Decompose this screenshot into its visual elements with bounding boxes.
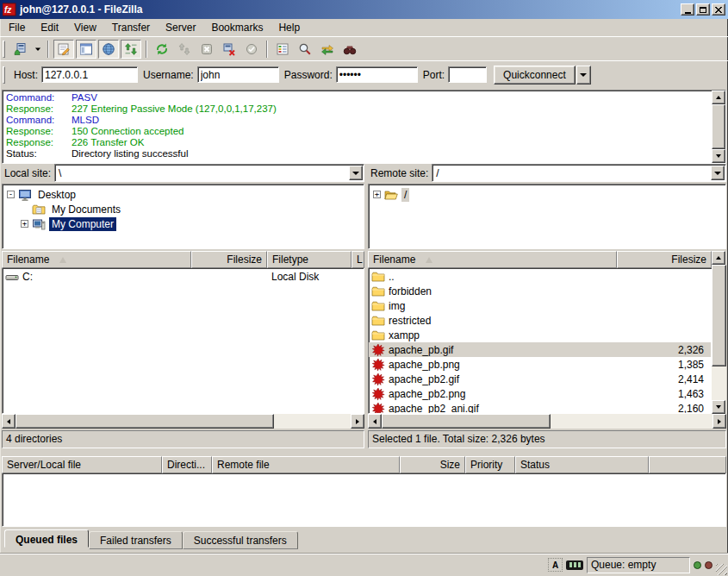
file-row[interactable]: apache_pb.gif2,326	[369, 342, 711, 357]
site-manager-button[interactable]	[9, 40, 30, 59]
local-site-dropdown-button[interactable]	[349, 166, 363, 180]
disconnect-button[interactable]	[219, 40, 240, 59]
scroll-right-button[interactable]	[351, 414, 364, 429]
activity-led-green-icon	[694, 561, 701, 569]
column-header[interactable]: Filesize	[191, 251, 267, 268]
menu-item[interactable]: Transfer	[104, 19, 158, 36]
process-queue-icon	[177, 42, 191, 56]
tree-row[interactable]: +/	[371, 187, 725, 202]
host-input[interactable]	[41, 66, 138, 83]
remote-horizontal-scrollbar[interactable]	[368, 414, 726, 429]
local-horizontal-scrollbar[interactable]	[2, 414, 364, 429]
column-header[interactable]: Remote file	[212, 456, 400, 473]
dropdown-arrow-button[interactable]	[32, 40, 43, 59]
transfer-type-icon[interactable]: A	[548, 558, 563, 572]
queue-tab[interactable]: Failed transfers	[89, 531, 183, 549]
toggle-remote-tree-button[interactable]	[98, 40, 119, 59]
file-row[interactable]: apache_pb.png1,385	[369, 357, 711, 372]
file-row[interactable]: apache_pb2_ani.gif2,160	[369, 401, 711, 414]
scroll-up-button[interactable]	[712, 251, 725, 265]
toolbar-grip[interactable]	[3, 41, 5, 58]
close-button[interactable]	[712, 3, 725, 16]
tree-row[interactable]: My Documents	[19, 202, 364, 216]
scroll-right-button[interactable]	[712, 414, 726, 429]
maximize-button[interactable]	[696, 3, 710, 16]
column-header[interactable]: Filetype	[267, 251, 352, 268]
scrollbar-track[interactable]	[551, 414, 712, 429]
menu-item[interactable]: Server	[158, 19, 203, 36]
scrollbar-track[interactable]	[274, 414, 351, 429]
column-header[interactable]: Server/Local file	[2, 456, 162, 473]
column-header[interactable]: Size	[400, 456, 465, 473]
menu-item[interactable]: Bookmarks	[203, 19, 271, 36]
remote-site-value[interactable]: /	[432, 167, 711, 179]
file-row[interactable]: ..	[369, 269, 711, 284]
column-header[interactable]: Directi...	[162, 456, 212, 473]
image-icon	[371, 387, 385, 401]
menu-item[interactable]: View	[66, 19, 104, 36]
tree-expander[interactable]: +	[373, 191, 381, 198]
file-row[interactable]: img	[369, 298, 711, 313]
directory-filters-button[interactable]	[272, 40, 293, 59]
scrollbar-track[interactable]	[712, 366, 726, 400]
refresh-button[interactable]	[152, 40, 172, 59]
port-input[interactable]	[448, 66, 487, 83]
remote-site-dropdown-button[interactable]	[711, 166, 725, 180]
scroll-down-button[interactable]	[712, 149, 725, 163]
file-row[interactable]: apache_pb2.gif2,414	[369, 372, 711, 386]
log-scrollbar[interactable]	[712, 91, 725, 163]
column-header[interactable]: Filename	[2, 251, 191, 268]
column-header[interactable]: Priority	[465, 456, 515, 473]
local-site-combo[interactable]: \	[54, 164, 364, 182]
reconnect-button[interactable]	[241, 40, 262, 59]
menu-item[interactable]: Edit	[33, 19, 66, 36]
scroll-left-button[interactable]	[2, 414, 16, 429]
file-row[interactable]: xampp	[369, 328, 711, 342]
quickconnect-button[interactable]: Quickconnect	[494, 66, 576, 85]
reconnect-icon	[245, 42, 258, 56]
synchronized-browsing-button[interactable]	[317, 40, 338, 59]
process-queue-button[interactable]	[174, 40, 195, 59]
remote-list-header: FilenameFilesize	[368, 251, 726, 268]
scrollbar-thumb[interactable]	[16, 414, 274, 429]
toggle-message-log-button[interactable]	[53, 40, 74, 59]
remote-site-combo[interactable]: /	[432, 164, 726, 182]
tree-expander[interactable]: -	[7, 191, 15, 198]
menu-item[interactable]: Help	[271, 19, 308, 36]
scrollbar-thumb[interactable]	[712, 104, 725, 149]
scrollbar-thumb[interactable]	[382, 414, 551, 429]
quickconnect-dropdown-button[interactable]	[576, 66, 591, 85]
file-row[interactable]: restricted	[369, 313, 711, 328]
find-files-button[interactable]	[339, 40, 360, 59]
tree-expander[interactable]: +	[21, 220, 28, 228]
scroll-up-button[interactable]	[712, 91, 725, 104]
directory-comparison-icon	[298, 42, 312, 56]
tree-row[interactable]: +My Computer	[19, 216, 364, 231]
remote-vertical-scrollbar[interactable]	[712, 251, 726, 414]
quickconnect-grip[interactable]	[3, 66, 5, 84]
resize-grip[interactable]	[716, 564, 727, 575]
column-header[interactable]: L	[352, 251, 364, 268]
column-header[interactable]: Filename	[368, 251, 617, 268]
toggle-transfer-queue-button[interactable]	[121, 40, 141, 59]
file-row[interactable]: forbidden	[369, 284, 711, 298]
minimize-button[interactable]	[681, 3, 694, 16]
toggle-local-tree-button[interactable]	[76, 40, 96, 59]
file-row[interactable]: apache_pb2.png1,463	[369, 386, 711, 401]
cancel-operation-button[interactable]	[196, 40, 217, 59]
column-header[interactable]: Filesize	[617, 251, 712, 268]
tree-row[interactable]: -Desktop	[5, 187, 364, 202]
directory-comparison-button[interactable]	[295, 40, 315, 59]
scroll-down-button[interactable]	[712, 400, 725, 414]
queue-tab[interactable]: Successful transfers	[183, 531, 298, 549]
queue-tab[interactable]: Queued files	[4, 529, 89, 548]
password-input[interactable]	[336, 66, 418, 83]
local-site-value[interactable]: \	[55, 167, 349, 179]
column-header[interactable]: Status	[515, 456, 649, 473]
menu-item[interactable]: File	[1, 19, 33, 36]
speed-limit-icon[interactable]	[566, 560, 583, 570]
scrollbar-thumb[interactable]	[712, 265, 726, 366]
username-input[interactable]	[197, 66, 279, 83]
file-row[interactable]: C:Local Disk	[3, 269, 364, 284]
scroll-left-button[interactable]	[368, 414, 382, 429]
